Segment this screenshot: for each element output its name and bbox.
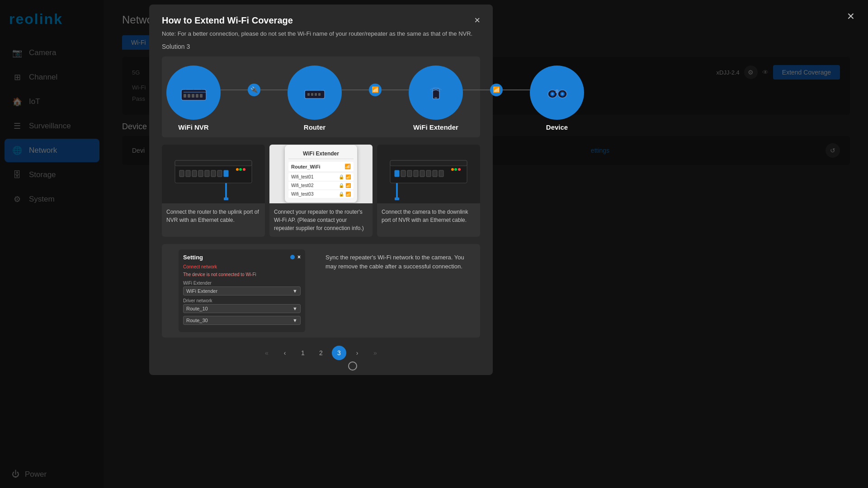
svg-rect-6	[200, 94, 203, 98]
svg-rect-34	[175, 160, 252, 166]
svg-rect-17	[318, 93, 321, 96]
svg-point-47	[236, 168, 239, 171]
outer-close-button[interactable]: ×	[847, 9, 854, 23]
wifi-connector-icon: 📶	[369, 84, 382, 96]
svg-line-19	[320, 83, 322, 90]
svg-rect-44	[224, 197, 228, 200]
settings-error: Connect network	[183, 264, 301, 269]
svg-rect-2	[184, 94, 186, 98]
settings-repeater-select[interactable]: Route_30 ▼	[183, 316, 301, 325]
svg-line-9	[202, 82, 204, 89]
svg-rect-15	[311, 93, 313, 96]
wifi-signal-icon: 📶	[344, 164, 351, 169]
svg-point-31	[561, 93, 564, 95]
svg-rect-53	[414, 170, 418, 177]
connector-1: 🔌	[221, 66, 288, 96]
modal-close-button[interactable]: ×	[474, 15, 480, 25]
wifi-network-item-2: Wifi_test02 🔒📶	[288, 182, 354, 189]
diagram-item-device: Device	[530, 66, 584, 131]
svg-rect-39	[205, 170, 209, 177]
svg-rect-59	[395, 197, 399, 200]
step-3-desc: Connect the camera to the downlink port …	[377, 203, 480, 229]
pagination-page-2[interactable]: 2	[314, 346, 328, 360]
sync-area: Setting × Connect network The device is …	[162, 244, 480, 338]
svg-rect-40	[211, 170, 216, 177]
svg-point-23	[434, 86, 437, 89]
wifi-coverage-modal: How to Extend Wi-Fi Coverage × Note: For…	[149, 5, 493, 375]
modal-note: Note: For a better connection, please do…	[162, 29, 480, 38]
wifi-popup-title: WiFi Extender	[288, 149, 354, 159]
step-image-3	[377, 145, 480, 203]
svg-rect-52	[407, 170, 412, 177]
step-1-desc: Connect the router to the uplink port of…	[162, 203, 265, 229]
wifi-network-item-3: Wifi_test03 🔒📶	[288, 190, 354, 198]
step-2-desc: Connect your repeater to the router's Wi…	[269, 203, 373, 237]
step-image-2: WiFi Extender Router_WiFi 📶 Wifi_test01 …	[269, 145, 373, 203]
svg-rect-51	[401, 170, 406, 177]
pagination-next[interactable]: ›	[350, 346, 364, 360]
pagination-page-3[interactable]: 3	[332, 346, 346, 360]
ethernet-connector-icon: 🔌	[248, 84, 260, 96]
svg-rect-35	[179, 170, 184, 177]
wifi-extender-popup: WiFi Extender Router_WiFi 📶 Wifi_test01 …	[285, 145, 357, 202]
svg-rect-56	[433, 170, 437, 177]
svg-point-61	[458, 168, 461, 171]
extender-label: WiFi Extender	[413, 123, 458, 131]
svg-rect-49	[390, 160, 467, 166]
settings-driver-field: Driver network Route_10 ▼	[183, 298, 301, 313]
svg-rect-3	[188, 94, 190, 98]
svg-point-20	[307, 82, 308, 84]
svg-rect-14	[307, 93, 310, 96]
nvr-circle	[166, 66, 221, 120]
pagination-page-1[interactable]: 1	[296, 346, 310, 360]
svg-rect-55	[426, 170, 431, 177]
svg-point-60	[454, 168, 457, 171]
sync-description: Sync the repeater's Wi-Fi network to the…	[326, 249, 475, 272]
svg-rect-37	[192, 170, 197, 177]
wifi-network-item-1: Wifi_test01 🔒📶	[288, 173, 354, 181]
modal-header: How to Extend Wi-Fi Coverage ×	[162, 15, 480, 26]
svg-line-18	[307, 83, 309, 90]
svg-point-21	[321, 82, 323, 84]
modal-solution: Solution 3	[162, 43, 480, 50]
settings-driver-select[interactable]: Route_10 ▼	[183, 304, 301, 313]
device-label: Device	[546, 123, 568, 131]
settings-repeater-field: Route_30 ▼	[183, 316, 301, 325]
svg-point-28	[552, 93, 554, 95]
svg-rect-42	[224, 170, 228, 177]
device-circle	[530, 66, 584, 120]
svg-rect-16	[315, 93, 317, 96]
settings-wifi-extender-select[interactable]: WiFi Extender ▼	[183, 286, 301, 296]
svg-point-11	[193, 81, 194, 83]
pagination-last[interactable]: »	[368, 346, 382, 360]
svg-rect-50	[395, 170, 399, 177]
connector-2: 📶	[342, 66, 409, 96]
modal-title: How to Extend Wi-Fi Coverage	[162, 15, 293, 26]
step-image-1	[162, 145, 265, 203]
svg-point-46	[243, 168, 245, 171]
sync-popup: Setting × Connect network The device is …	[167, 249, 316, 332]
settings-close-icon[interactable]: ×	[297, 254, 301, 260]
svg-rect-25	[434, 97, 437, 99]
diagram-item-extender: WiFi Extender	[409, 66, 463, 131]
settings-popup: Setting × Connect network The device is …	[179, 249, 305, 332]
svg-rect-5	[196, 94, 198, 98]
settings-popup-header: Setting ×	[183, 254, 301, 261]
diagram-item-nvr: WiFi NVR	[166, 66, 221, 131]
svg-rect-41	[217, 170, 222, 177]
svg-rect-4	[192, 94, 194, 98]
step-card-1: Connect the router to the uplink port of…	[162, 145, 265, 237]
svg-point-10	[183, 81, 184, 83]
wifi-connector2-icon: 📶	[490, 84, 503, 96]
svg-rect-32	[556, 89, 558, 93]
svg-line-7	[184, 82, 186, 89]
settings-error-detail: The device is not connected to Wi-Fi	[183, 272, 301, 277]
svg-point-12	[203, 81, 205, 83]
diagram-area: WiFi NVR 🔌	[162, 56, 480, 137]
pagination-first[interactable]: «	[259, 346, 274, 360]
svg-rect-54	[420, 170, 425, 177]
connector-3: 📶	[463, 66, 530, 96]
pagination-prev[interactable]: ‹	[278, 346, 292, 360]
svg-rect-57	[439, 170, 443, 177]
extender-circle	[409, 66, 463, 120]
